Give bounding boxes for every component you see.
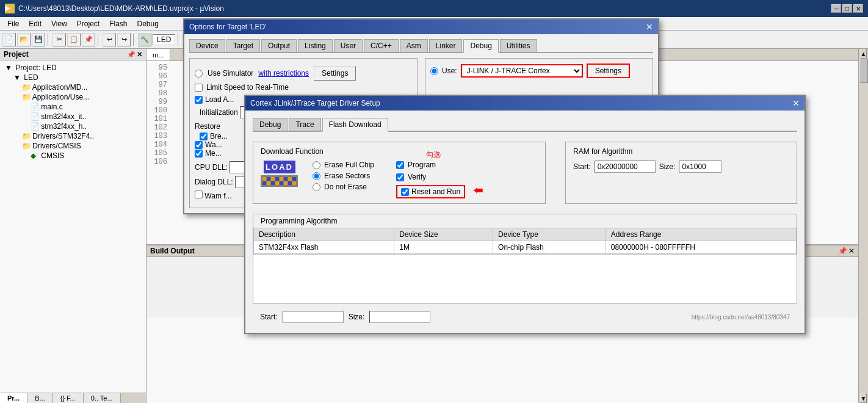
- scroll-thumb[interactable]: [859, 59, 868, 83]
- load-app-label: Load A...: [205, 95, 234, 104]
- sim-settings-btn[interactable]: Settings: [314, 66, 356, 81]
- jtrace-title-bar: Cortex JLink/JTrace Target Driver Setup …: [245, 96, 805, 111]
- project-panel-close[interactable]: ✕: [137, 51, 142, 59]
- limit-speed-checkbox[interactable]: [195, 84, 203, 92]
- toolbar-cut[interactable]: ✂: [52, 33, 66, 46]
- scroll-down-button[interactable]: ▼: [860, 393, 867, 403]
- tab-te[interactable]: 0.. Te...: [84, 393, 121, 403]
- use-select[interactable]: J-LINK / J-TRACE Cortex: [461, 64, 583, 78]
- tree-cmsis[interactable]: ◆ CMSIS: [28, 151, 143, 161]
- algo-size-label: Size:: [349, 313, 365, 321]
- file-icon: 📄: [31, 103, 39, 111]
- folder4-icon: 📁: [22, 142, 31, 150]
- algo-start-input[interactable]: [283, 311, 344, 323]
- chinese-text: 勾选: [426, 150, 441, 159]
- px5: [280, 177, 283, 181]
- tab-debug[interactable]: Debug: [463, 39, 498, 53]
- tab-device[interactable]: Device: [189, 39, 225, 52]
- tree-led[interactable]: ▼ LED: [11, 73, 143, 82]
- tree-led-label: LED: [24, 73, 38, 82]
- memory-checkbox[interactable]: [195, 150, 203, 158]
- scroll-up-button[interactable]: ▲: [860, 49, 867, 59]
- tab-cpp[interactable]: C/C++: [364, 39, 399, 52]
- jtrace-body: Debug Trace Flash Download Download Func…: [245, 111, 805, 333]
- do-not-erase-radio[interactable]: [313, 183, 320, 191]
- tab-b[interactable]: B...: [27, 393, 53, 403]
- verify-label: Verify: [408, 173, 426, 181]
- tree-drivers-cmsis[interactable]: 📁 Drivers/CMSIS: [20, 141, 143, 151]
- build-pin-icon[interactable]: 📌: [838, 247, 847, 255]
- prog-algo-label: Programming Algorithm: [261, 217, 337, 225]
- tab-utilities[interactable]: Utilities: [500, 39, 537, 52]
- toolbar-new[interactable]: 📄: [2, 33, 16, 46]
- tab-listing[interactable]: Listing: [298, 39, 333, 52]
- reset-run-checkbox[interactable]: [401, 188, 409, 196]
- tree-main-c[interactable]: 📄 main.c: [28, 102, 143, 112]
- tab-asm[interactable]: Asm: [400, 39, 428, 52]
- jtrace-tab-trace[interactable]: Trace: [289, 118, 320, 131]
- tree-stm32-it[interactable]: 📄 stm32f4xx_it..: [28, 112, 143, 122]
- tab-target[interactable]: Target: [226, 39, 260, 52]
- tab-output[interactable]: Output: [261, 39, 297, 52]
- sim-radio[interactable]: [195, 70, 203, 78]
- breakpoints-checkbox[interactable]: [200, 133, 208, 140]
- tree-app-use[interactable]: 📁 Application/Use...: [20, 92, 143, 102]
- toolbar-copy[interactable]: 📋: [67, 33, 81, 46]
- toolbar-paste[interactable]: 📌: [82, 33, 95, 46]
- sim-link[interactable]: with restrictions: [258, 69, 309, 78]
- toolbar-build[interactable]: 🔨: [138, 33, 151, 46]
- build-close-icon[interactable]: ✕: [848, 247, 855, 255]
- algo-row-0[interactable]: STM32F4xx Flash 1M On-chip Flash 0800000…: [254, 241, 797, 254]
- menu-debug[interactable]: Debug: [132, 18, 164, 29]
- algo-table: Description Device Size Device Type Addr…: [253, 228, 797, 254]
- line-num-95: 95: [149, 64, 167, 72]
- jtrace-tab-flash-download[interactable]: Flash Download: [322, 118, 388, 132]
- algo-size-input[interactable]: [369, 311, 430, 323]
- limit-speed-row: Limit Speed to Real-Time: [195, 83, 412, 92]
- project-panel-pin[interactable]: 📌: [127, 51, 136, 59]
- editor-tab-main[interactable]: m...: [146, 49, 170, 60]
- toolbar-redo[interactable]: ↪: [117, 33, 131, 46]
- scroll-track: [859, 59, 868, 393]
- toolbar-undo[interactable]: ↩: [103, 33, 116, 46]
- ram-start-input[interactable]: [595, 161, 656, 173]
- menu-flash[interactable]: Flash: [104, 18, 132, 29]
- wam-checkbox[interactable]: [195, 191, 203, 198]
- jtrace-tab-debug[interactable]: Debug: [253, 118, 288, 131]
- erase-sectors-radio[interactable]: [313, 172, 320, 180]
- erase-full-chip-radio[interactable]: [313, 161, 320, 169]
- toolbar-open[interactable]: 📂: [17, 33, 31, 46]
- maximize-button[interactable]: □: [842, 4, 852, 13]
- erase-sectors-row: Erase Sectors: [313, 172, 374, 180]
- verify-checkbox[interactable]: [396, 173, 404, 181]
- close-button[interactable]: ✕: [853, 4, 863, 13]
- tab-pr[interactable]: Pr...: [0, 393, 27, 403]
- watchpoints-checkbox[interactable]: [195, 141, 203, 149]
- tab-user[interactable]: User: [334, 39, 363, 52]
- menu-file[interactable]: File: [2, 18, 24, 29]
- use-radio[interactable]: [430, 67, 438, 75]
- use-settings-btn[interactable]: Settings: [587, 64, 630, 78]
- prog-algo-title: Programming Algorithm: [253, 214, 797, 228]
- load-app-checkbox[interactable]: [195, 96, 203, 104]
- ram-size-input[interactable]: [679, 161, 722, 173]
- tree-drivers-stm32[interactable]: 📁 Drivers/STM32F4..: [20, 131, 143, 141]
- minimize-button[interactable]: ─: [831, 4, 841, 13]
- use-label: Use:: [442, 67, 457, 75]
- toolbar-save[interactable]: 💾: [32, 33, 45, 46]
- tree-root[interactable]: ▼ Project: LED: [2, 63, 143, 73]
- menu-edit[interactable]: Edit: [24, 18, 46, 29]
- init-label: Initialization: [200, 108, 238, 117]
- tab-linker[interactable]: Linker: [429, 39, 463, 52]
- program-row: Program: [396, 161, 465, 169]
- load-icon-bottom: [261, 175, 298, 187]
- tree-stm32-h[interactable]: 📄 stm32f4xx_h..: [28, 122, 143, 131]
- program-checkbox[interactable]: [396, 161, 404, 169]
- toolbar-sep1: [48, 34, 50, 46]
- jtrace-close-btn[interactable]: ✕: [792, 98, 800, 108]
- tree-app-md[interactable]: 📁 Application/MD...: [20, 82, 143, 92]
- tab-f[interactable]: {} F...: [53, 393, 84, 403]
- menu-view[interactable]: View: [46, 18, 72, 29]
- options-dialog-close[interactable]: ✕: [646, 22, 653, 32]
- menu-project[interactable]: Project: [72, 18, 104, 29]
